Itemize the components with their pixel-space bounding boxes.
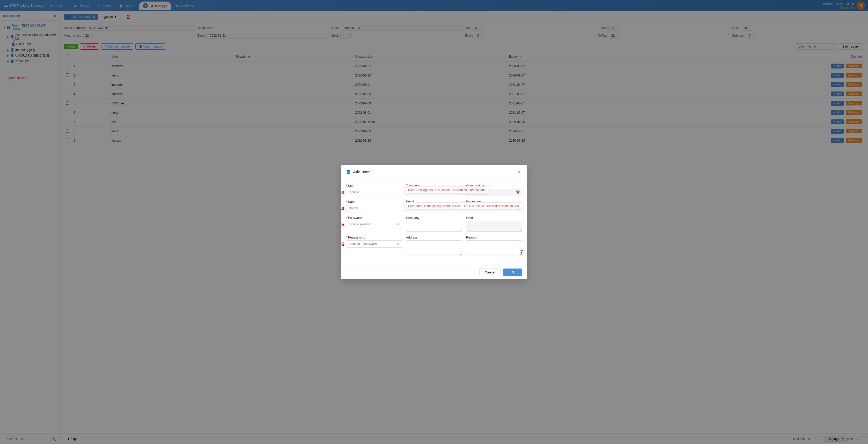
user-field-label: *User [346, 184, 402, 187]
company-input[interactable] [406, 221, 462, 232]
user-field-input[interactable] [346, 189, 402, 196]
ok-button[interactable]: Ok [503, 269, 522, 276]
name-field-tooltip: User name is the display name at User Li… [405, 202, 523, 210]
form-row-4: *Repassword 👁 6 Address Remark [346, 236, 522, 256]
add-user-modal: 👤 Add user ✕ *User 3 User ID is login ID… [341, 165, 527, 279]
repassword-label: *Repassword [346, 236, 402, 239]
form-group-address: Address [406, 236, 462, 256]
form-row-3: *Password 👁 5 Company Credit [346, 216, 522, 232]
password-input[interactable] [346, 221, 402, 228]
password-eye-icon[interactable]: 👁 [396, 222, 400, 227]
form-group-name: *Name 4 User name is the display name at… [346, 200, 402, 212]
modal-footer: Cancel Ok [341, 265, 527, 279]
modal-overlay: 👤 Add user ✕ *User 3 User ID is login ID… [0, 0, 868, 444]
form-group-password: *Password 👁 5 [346, 216, 402, 232]
company-label: Company [406, 216, 462, 220]
form-row-2: *Name 4 User name is the display name at… [346, 200, 522, 212]
password-label: *Password [346, 216, 402, 220]
modal-header: 👤 Add user ✕ [341, 165, 527, 179]
address-input[interactable] [406, 240, 462, 256]
calendar-icon: 📅 [516, 190, 520, 194]
modal-user-icon: 👤 [346, 170, 351, 174]
credit-label: Credit [466, 216, 522, 220]
repassword-eye-icon[interactable]: 👁 [396, 242, 400, 246]
form-group-repassword: *Repassword 👁 6 [346, 236, 402, 256]
remark-input[interactable] [466, 240, 522, 256]
name-field-label: *Name [346, 200, 402, 204]
form-group-company: Company [406, 216, 462, 232]
repassword-input[interactable] [346, 240, 402, 248]
credit-input[interactable] [466, 221, 522, 232]
modal-body: *User 3 User ID is login ID. It is uniqu… [341, 179, 527, 265]
name-field-input[interactable] [346, 205, 402, 212]
form-group-credit: Credit [466, 216, 522, 232]
cancel-button[interactable]: Cancel [479, 269, 500, 276]
form-group-remark: Remark 7 [466, 236, 522, 256]
form-row-1: *User 3 User ID is login ID. It is uniqu… [346, 184, 522, 196]
form-group-user: *User 3 User ID is login ID. It is uniqu… [346, 184, 402, 196]
address-label: Address [406, 236, 462, 239]
modal-close-button[interactable]: ✕ [516, 169, 522, 175]
user-field-tooltip: User ID is login ID. It is unique. Dupli… [405, 186, 489, 194]
remark-label: Remark [466, 236, 522, 239]
modal-title: 👤 Add user [346, 170, 370, 174]
